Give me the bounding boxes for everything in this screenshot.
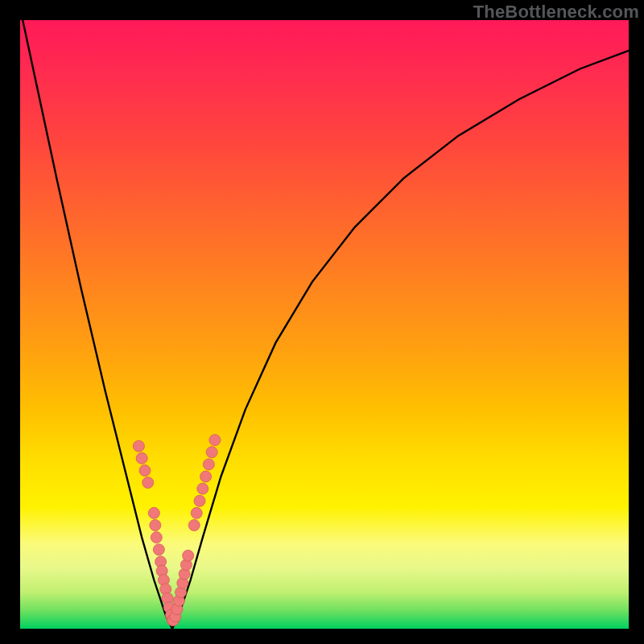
curve-marker <box>142 477 154 489</box>
curve-marker <box>153 544 164 555</box>
curve-marker <box>139 464 151 476</box>
curve-markers <box>133 435 220 626</box>
curve-marker <box>197 483 208 494</box>
curve-marker <box>209 435 221 446</box>
curve-marker <box>133 440 144 452</box>
curve-marker <box>203 459 214 470</box>
curve-marker <box>136 452 147 464</box>
bottleneck-curve <box>20 8 629 629</box>
watermark-text: TheBottleneck.com <box>473 2 639 23</box>
bottleneck-curve-svg <box>20 20 629 629</box>
curve-marker <box>206 447 217 458</box>
curve-marker <box>200 471 212 482</box>
chart-frame: TheBottleneck.com <box>0 0 644 644</box>
curve-marker <box>151 532 162 543</box>
curve-marker <box>183 550 194 561</box>
curve-marker <box>148 507 159 518</box>
curve-marker <box>188 519 200 530</box>
plot-area <box>20 20 629 629</box>
curve-marker <box>194 495 205 506</box>
curve-marker <box>150 519 161 530</box>
curve-marker <box>191 507 202 518</box>
